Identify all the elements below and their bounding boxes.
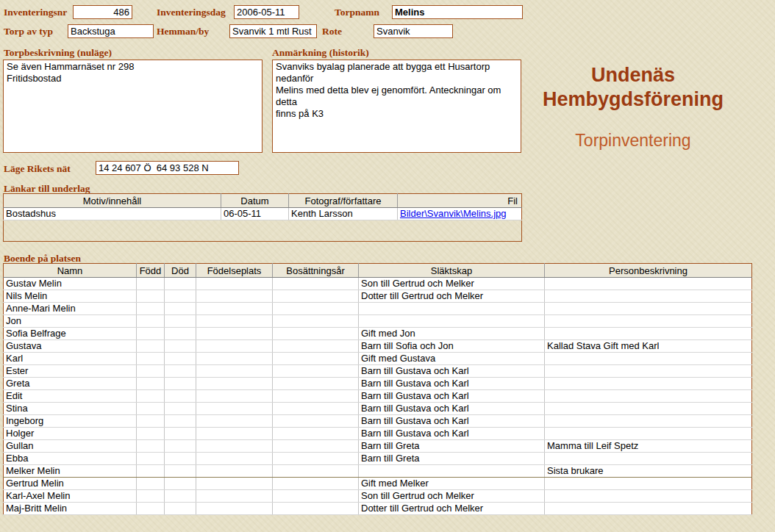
col-header-dod: Död — [165, 264, 196, 278]
table-row: Gustav MelinSon till Gertrud och Melker — [4, 278, 752, 290]
table-cell — [137, 490, 165, 503]
table-cell: Mamma till Leif Spetz — [545, 440, 752, 453]
table-row: GretaBarn till Gustava och Karl — [4, 378, 752, 390]
table-cell — [165, 403, 196, 415]
table-cell — [196, 340, 273, 353]
table-row: EsterBarn till Gustava och Karl — [4, 365, 752, 378]
table-cell — [196, 365, 273, 378]
table-cell — [165, 390, 196, 403]
table-row: Bostadshus06-05-11Kenth LarssonBilder\Sv… — [4, 208, 522, 220]
table-cell — [196, 478, 273, 490]
table-cell — [545, 490, 752, 503]
col-header-fodelseplats: Födelseplats — [196, 264, 273, 278]
hemman-by-input[interactable] — [229, 24, 317, 38]
table-cell — [165, 278, 196, 290]
table-cell — [545, 390, 752, 403]
table-cell — [137, 303, 165, 315]
col-header-motiv: Motiv/innehåll — [4, 194, 221, 208]
table-cell — [137, 278, 165, 290]
table-cell: Bilder\Svanvik\Melins.jpg — [398, 208, 522, 220]
table-cell: Barn till Greta — [359, 440, 545, 453]
table-cell — [545, 378, 752, 390]
table-cell — [273, 390, 359, 403]
boende-table: Namn Född Död Födelseplats Bosättningsår… — [3, 263, 752, 515]
empty-area — [4, 220, 522, 242]
table-cell — [196, 328, 273, 340]
torpbeskrivning-textarea[interactable]: Se även Hammarnäset nr 298 Fritidsbostad — [3, 60, 262, 153]
inventeringsdag-label: Inventeringsdag — [157, 7, 226, 18]
table-cell: Dotter till Gertrud och Melker — [359, 503, 545, 515]
table-cell — [165, 290, 196, 303]
table-cell: Son till Gertrud och Melker — [359, 490, 545, 503]
table-row: Maj-Britt MelinDotter till Gertrud och M… — [4, 503, 752, 515]
table-cell — [545, 503, 752, 515]
anmarkning-label: Anmärkning (historik) — [272, 47, 369, 59]
table-cell — [545, 415, 752, 428]
table-cell — [137, 415, 165, 428]
table-cell — [545, 478, 752, 490]
table-cell — [165, 490, 196, 503]
table-cell — [137, 453, 165, 465]
table-cell: Gift med Jon — [359, 328, 545, 340]
table-row: EbbaBarn till Greta — [4, 453, 752, 465]
table-cell — [545, 315, 752, 328]
table-cell — [196, 403, 273, 415]
table-cell — [273, 428, 359, 440]
rote-input[interactable] — [374, 24, 453, 38]
table-row: Melker MelinSista brukare — [4, 465, 752, 478]
table-row: EditBarn till Gustava och Karl — [4, 390, 752, 403]
table-cell — [137, 403, 165, 415]
table-cell — [545, 353, 752, 365]
table-cell: Greta — [4, 378, 137, 390]
table-cell — [273, 440, 359, 453]
table-cell: Melker Melin — [4, 465, 137, 478]
table-cell — [165, 365, 196, 378]
table-cell — [273, 453, 359, 465]
table-row: Sofia BelfrageGift med Jon — [4, 328, 752, 340]
table-cell: Edit — [4, 390, 137, 403]
table-row: KarlGift med Gustava — [4, 353, 752, 365]
table-cell — [545, 428, 752, 440]
table-cell — [137, 478, 165, 490]
table-cell — [273, 353, 359, 365]
torpnamn-input[interactable] — [392, 5, 523, 19]
table-cell: Anne-Mari Melin — [4, 303, 137, 315]
table-cell — [359, 465, 545, 478]
table-cell: Sofia Belfrage — [4, 328, 137, 340]
table-cell: Gift med Melker — [359, 478, 545, 490]
inventeringsnr-label: Inventeringsnr — [4, 7, 67, 18]
table-cell: Barn till Gustava och Karl — [359, 428, 545, 440]
table-cell: Ingeborg — [4, 415, 137, 428]
table-cell — [273, 403, 359, 415]
lage-rikets-nat-input[interactable] — [96, 161, 239, 175]
table-cell — [196, 278, 273, 290]
inventeringsnr-input[interactable] — [73, 5, 132, 19]
table-cell: Bostadshus — [4, 208, 221, 220]
table-cell — [273, 465, 359, 478]
table-cell: Gustav Melin — [4, 278, 137, 290]
anmarkning-textarea[interactable]: Svanviks byalag planerade att bygga ett … — [272, 60, 521, 153]
table-cell: Barn till Gustava och Karl — [359, 365, 545, 378]
table-cell — [545, 328, 752, 340]
inventeringsdag-input[interactable] — [234, 5, 299, 19]
table-cell — [165, 315, 196, 328]
table-cell — [545, 290, 752, 303]
empty-row — [4, 220, 522, 242]
torp-av-typ-input[interactable] — [68, 24, 154, 38]
org-title-block: Undenäs Hembygdsförening Torpinventering — [517, 63, 749, 151]
table-cell: Son till Gertrud och Melker — [359, 278, 545, 290]
table-cell — [137, 378, 165, 390]
table-cell — [273, 365, 359, 378]
table-cell — [137, 315, 165, 328]
table-row: HolgerBarn till Gustava och Karl — [4, 428, 752, 440]
table-cell — [196, 303, 273, 315]
torpinventering-page: { "header": { "org_line1": "Undenäs", "o… — [0, 0, 775, 532]
torpbeskrivning-label: Torpbeskrivning (nuläge) — [4, 47, 112, 59]
table-cell — [545, 278, 752, 290]
file-link[interactable]: Bilder\Svanvik\Melins.jpg — [400, 208, 507, 219]
table-cell: 06-05-11 — [221, 208, 289, 220]
table-cell — [196, 440, 273, 453]
table-cell — [137, 390, 165, 403]
table-cell: Gullan — [4, 440, 137, 453]
table-cell — [165, 353, 196, 365]
